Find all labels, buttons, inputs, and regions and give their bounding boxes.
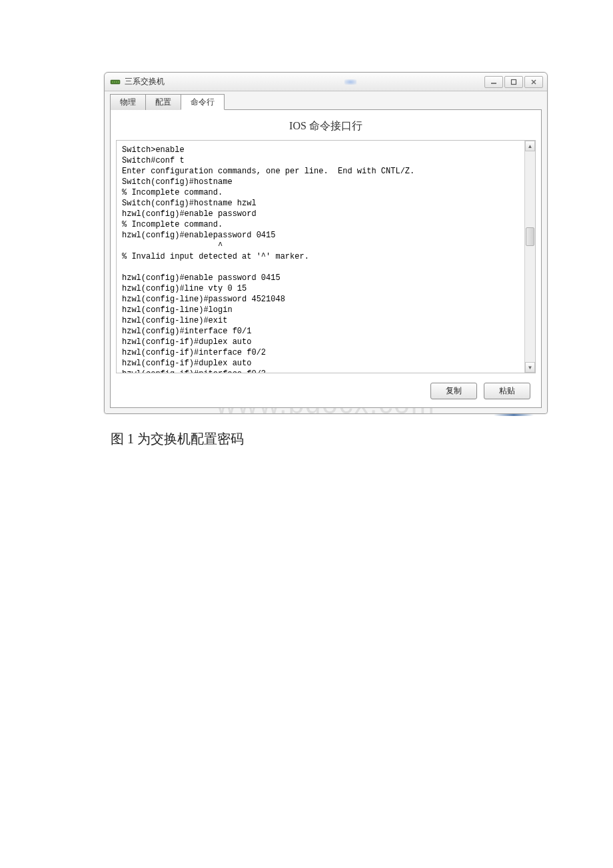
app-icon	[110, 77, 121, 87]
decorative-highlight	[344, 79, 356, 85]
maximize-button[interactable]	[504, 76, 523, 88]
close-button[interactable]	[524, 76, 543, 88]
cli-terminal[interactable]: Switch>enable Switch#conf t Enter config…	[116, 140, 536, 373]
vertical-scrollbar[interactable]: ▲ ▼	[524, 141, 535, 373]
window-controls	[483, 76, 543, 88]
svg-rect-6	[512, 79, 516, 84]
tab-cli[interactable]: 命令行	[181, 94, 225, 110]
decorative-border	[494, 414, 534, 416]
copy-button[interactable]: 复制	[430, 383, 477, 399]
tab-content: IOS 命令接口行 Switch>enable Switch#conf t En…	[110, 109, 542, 408]
titlebar-left: 三系交换机	[110, 76, 165, 87]
paste-button[interactable]: 粘贴	[484, 383, 530, 399]
titlebar: 三系交换机	[105, 73, 547, 91]
app-window: 三系交换机 物理 配置 命令行 IOS 命令接口行 Switch>enable …	[104, 72, 548, 414]
window-body: 物理 配置 命令行 IOS 命令接口行 Switch>enable Switch…	[105, 91, 547, 413]
tab-physical[interactable]: 物理	[110, 94, 146, 110]
svg-point-4	[118, 81, 119, 83]
section-title: IOS 命令接口行	[116, 115, 536, 140]
window-title: 三系交换机	[125, 76, 165, 87]
svg-point-2	[114, 81, 115, 83]
scroll-up-arrow[interactable]: ▲	[525, 141, 535, 151]
minimize-button[interactable]	[484, 76, 503, 88]
scroll-down-arrow[interactable]: ▼	[525, 362, 535, 373]
button-row: 复制 粘贴	[116, 373, 536, 402]
svg-point-1	[112, 81, 113, 83]
figure-caption: 图 1 为交换机配置密码	[104, 430, 509, 448]
terminal-wrap: Switch>enable Switch#conf t Enter config…	[116, 140, 536, 373]
svg-point-3	[116, 81, 117, 83]
scroll-thumb[interactable]	[526, 227, 534, 246]
tab-strip: 物理 配置 命令行	[110, 94, 542, 110]
tab-config[interactable]: 配置	[145, 94, 181, 110]
